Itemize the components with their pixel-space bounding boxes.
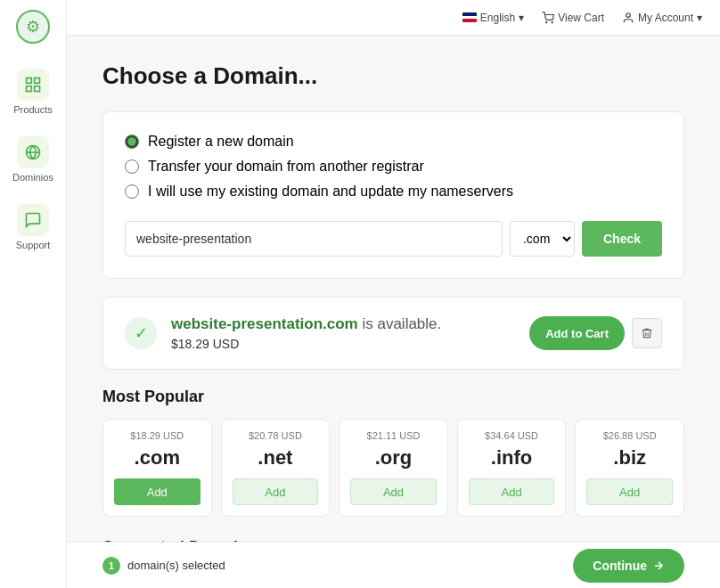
tld-add-net[interactable]: Add [233, 478, 319, 505]
tld-price-org: $21.11 USD [350, 430, 437, 441]
tld-card-biz: $26.88 USD .biz Add [575, 419, 684, 517]
page-title: Choose a Domain... [102, 62, 684, 90]
view-cart-label: View Cart [558, 12, 604, 24]
support-icon [17, 204, 49, 236]
transfer-label: Transfer your domain from another regist… [148, 159, 424, 175]
svg-rect-4 [27, 86, 32, 92]
svg-point-9 [552, 21, 552, 22]
domain-search-row: .com .net .org .info .biz .de Check [125, 221, 662, 257]
transfer-option[interactable]: Transfer your domain from another regist… [125, 159, 662, 175]
check-button[interactable]: Check [582, 221, 662, 257]
sidebar-item-support[interactable]: Support [0, 193, 66, 261]
available-check-icon: ✓ [125, 317, 157, 349]
available-text: is available. [358, 315, 442, 332]
svg-rect-5 [35, 86, 40, 92]
view-cart-btn[interactable]: View Cart [542, 12, 604, 24]
svg-text:⚙: ⚙ [26, 18, 40, 36]
tld-card-info: $34.64 USD .info Add [457, 419, 567, 517]
transfer-radio[interactable] [125, 159, 139, 174]
tld-select[interactable]: .com .net .org .info .biz .de [510, 221, 575, 257]
language-chevron: ▾ [519, 12, 524, 24]
domain-name-green: website-presentation.com [171, 315, 358, 332]
box-icon [17, 69, 49, 101]
existing-label: I will use my existing domain and update… [148, 184, 513, 200]
my-account-label: My Account [638, 12, 693, 24]
svg-rect-2 [27, 78, 32, 84]
tld-name-com: .com [114, 446, 200, 470]
available-domain-name: website-presentation.com is available. [171, 315, 441, 333]
tld-add-org[interactable]: Add [350, 478, 437, 505]
domain-search-input[interactable] [125, 221, 503, 257]
tld-price-net: $20.78 USD [233, 430, 319, 441]
trash-icon [641, 327, 653, 339]
domain-icon [17, 136, 49, 168]
most-popular-section: Most Popular $18.29 USD .com Add $20.78 … [102, 388, 684, 517]
continue-label: Continue [593, 559, 647, 573]
account-icon [622, 12, 634, 24]
sidebar-item-products[interactable]: Products [0, 58, 66, 126]
logo[interactable]: ⚙ [15, 9, 51, 45]
selected-badge: 1 domain(s) selected [102, 557, 225, 575]
language-selector[interactable]: English ▾ [462, 12, 524, 24]
domain-options-card: Register a new domain Transfer your doma… [102, 111, 684, 279]
content-area: Choose a Domain... Register a new domain… [67, 36, 720, 588]
sidebar-item-dominios-label: Dominios [12, 172, 53, 183]
flag-icon [462, 12, 477, 22]
tld-add-biz[interactable]: Add [586, 478, 673, 505]
tld-name-net: .net [233, 446, 319, 470]
tld-add-info[interactable]: Add [469, 478, 555, 505]
selected-label: domain(s) selected [127, 559, 225, 572]
main-content: English ▾ View Cart My Account ▾ Choose … [67, 0, 720, 588]
svg-rect-3 [35, 78, 40, 84]
available-domain-info: website-presentation.com is available. $… [171, 315, 441, 351]
domain-options-group: Register a new domain Transfer your doma… [125, 134, 662, 200]
language-label: English [480, 12, 515, 24]
arrow-right-icon [652, 559, 665, 572]
register-label: Register a new domain [148, 134, 294, 150]
tld-name-info: .info [469, 446, 555, 470]
most-popular-title: Most Popular [102, 388, 684, 406]
sidebar-item-products-label: Products [13, 104, 52, 115]
tld-price-info: $34.64 USD [469, 430, 555, 441]
tld-price-com: $18.29 USD [114, 430, 200, 441]
register-radio[interactable] [125, 135, 139, 149]
tld-card-com: $18.29 USD .com Add [102, 419, 212, 517]
available-right: Add to Cart [529, 316, 662, 350]
tld-add-com[interactable]: Add [114, 478, 200, 505]
tld-name-org: .org [350, 446, 437, 470]
available-left: ✓ website-presentation.com is available.… [125, 315, 441, 351]
tld-name-biz: .biz [586, 446, 673, 470]
remove-button[interactable] [632, 318, 662, 348]
tld-card-net: $20.78 USD .net Add [221, 419, 331, 517]
cart-icon [542, 12, 554, 24]
existing-radio[interactable] [125, 184, 139, 199]
tld-card-org: $21.11 USD .org Add [339, 419, 448, 517]
add-to-cart-button[interactable]: Add to Cart [529, 316, 625, 350]
bottom-bar: 1 domain(s) selected Continue [67, 542, 720, 588]
selected-count-badge: 1 [102, 557, 120, 575]
sidebar-item-support-label: Support [16, 240, 51, 250]
sidebar-item-dominios[interactable]: Dominios [0, 126, 66, 193]
topnav: English ▾ View Cart My Account ▾ [67, 0, 720, 36]
svg-point-8 [546, 21, 547, 22]
available-domain-card: ✓ website-presentation.com is available.… [102, 297, 684, 370]
tld-grid: $18.29 USD .com Add $20.78 USD .net Add … [102, 419, 684, 517]
svg-point-10 [626, 12, 631, 17]
available-price: $18.29 USD [171, 337, 441, 351]
tld-price-biz: $26.88 USD [586, 430, 673, 441]
continue-button[interactable]: Continue [573, 549, 684, 583]
existing-option[interactable]: I will use my existing domain and update… [125, 184, 662, 200]
sidebar: ⚙ Products Dominios Support [0, 0, 67, 588]
register-option[interactable]: Register a new domain [125, 134, 662, 150]
my-account-btn[interactable]: My Account ▾ [622, 12, 702, 24]
account-chevron: ▾ [697, 12, 702, 24]
